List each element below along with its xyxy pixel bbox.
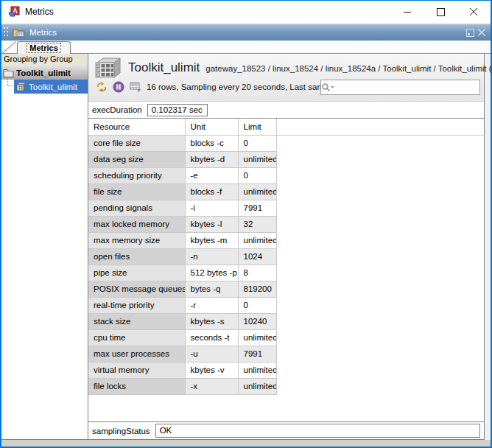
table-cell[interactable]: kbytes -l (185, 216, 238, 232)
table-cell[interactable]: cpu time (88, 329, 185, 346)
table-cell-filler (276, 216, 484, 232)
table-row[interactable]: cpu timeseconds -tunlimited (88, 329, 484, 346)
table-cell[interactable]: stack size (88, 313, 185, 329)
sampling-status-value[interactable]: OK (155, 424, 480, 438)
table-cell[interactable]: file locks (88, 378, 185, 394)
tree-item-toolkit-ulimit[interactable]: Toolkit_ulimit (14, 80, 88, 94)
table-cell[interactable]: blocks -f (185, 183, 238, 200)
table-cell[interactable]: data seg size (88, 151, 185, 167)
table-cell-filler (276, 248, 484, 265)
table-row[interactable]: real-time priority-r0 (88, 297, 484, 313)
table-cell[interactable]: scheduling priority (88, 167, 185, 183)
table-cell[interactable]: -r (185, 297, 238, 313)
table-cell[interactable]: -n (185, 248, 238, 265)
table-cell[interactable]: max user processes (88, 346, 185, 362)
table-row[interactable]: max locked memorykbytes -l32 (88, 216, 484, 232)
table-row[interactable]: core file sizeblocks -c0 (88, 135, 484, 151)
table-cell-filler (276, 281, 484, 297)
table-cell[interactable]: core file size (88, 135, 185, 151)
table-cell-filler (276, 167, 484, 183)
table-row[interactable]: file locks-xunlimited (88, 378, 484, 394)
close-button[interactable] (457, 1, 491, 23)
table-row[interactable]: max memory sizekbytes -munlimited (88, 232, 484, 248)
tree-group-toolkit-ulimit[interactable]: Toolkit_ulimit (1, 66, 88, 80)
table-cell[interactable]: 819200 (238, 281, 276, 297)
table-cell[interactable]: unlimited (238, 378, 276, 394)
table-cell[interactable]: file size (88, 183, 185, 200)
table-cell[interactable]: unlimited (238, 151, 276, 167)
table-row[interactable]: POSIX message queuesbytes -q819200 (88, 281, 484, 297)
table-cell[interactable]: 8 (238, 265, 276, 281)
search-icon[interactable] (321, 83, 335, 93)
table-cell[interactable]: bytes -q (185, 281, 238, 297)
table-cell[interactable]: 10240 (238, 313, 276, 329)
table-cell[interactable]: -e (185, 167, 238, 183)
table-cell[interactable]: -x (185, 378, 238, 394)
table-cell[interactable]: 32 (238, 216, 276, 232)
table-cell[interactable]: 1024 (238, 248, 276, 265)
table-cell[interactable]: -i (185, 200, 238, 216)
tree-connector (7, 78, 13, 86)
app-icon (8, 6, 20, 18)
table-row[interactable]: pipe size512 bytes -p8 (88, 265, 484, 281)
maximize-icon (437, 8, 445, 16)
table-cell[interactable]: 0 (238, 297, 276, 313)
table-cell[interactable]: kbytes -s (185, 313, 238, 329)
window-titlebar[interactable]: Metrics (1, 1, 491, 23)
tab-metrics[interactable]: Metrics (17, 41, 71, 54)
table-cell[interactable]: max memory size (88, 232, 185, 248)
table-cell[interactable]: kbytes -m (185, 232, 238, 248)
refresh-button[interactable] (96, 81, 108, 93)
exec-duration-row: execDuration 0.102317 sec (88, 102, 484, 119)
folder-table-icon (13, 27, 25, 38)
table-cell[interactable]: max locked memory (88, 216, 185, 232)
table-cell[interactable]: 7991 (238, 346, 276, 362)
column-header[interactable]: Unit (185, 119, 238, 135)
table-cell[interactable]: unlimited (238, 183, 276, 200)
table-cell[interactable]: unlimited (238, 329, 276, 346)
pause-button[interactable] (113, 81, 124, 93)
table-cell[interactable]: real-time priority (88, 297, 185, 313)
search-input[interactable] (335, 80, 479, 94)
table-cell[interactable]: POSIX message queues (88, 281, 185, 297)
mdi-restore-button[interactable] (466, 29, 474, 37)
table-cell[interactable]: open files (88, 248, 185, 265)
table-row[interactable]: virtual memorykbytes -vunlimited (88, 362, 484, 378)
tree-group-label: Toolkit_ulimit (16, 69, 71, 77)
table-row[interactable]: max user processes-u7991 (88, 346, 484, 362)
table-cell[interactable]: 0 (238, 167, 276, 183)
tab-diagonal-decoration (2, 41, 16, 53)
column-header[interactable]: Limit (238, 119, 276, 135)
table-cell[interactable]: virtual memory (88, 362, 185, 378)
mdi-close-button[interactable] (478, 29, 485, 36)
table-cell-filler (276, 346, 484, 362)
mdi-titlebar[interactable]: Metrics (1, 24, 491, 41)
table-cell[interactable]: unlimited (238, 362, 276, 378)
table-row[interactable]: scheduling priority-e0 (88, 167, 484, 183)
table-cell[interactable]: 0 (238, 135, 276, 151)
table-cell[interactable]: kbytes -d (185, 151, 238, 167)
table-row[interactable]: stack sizekbytes -s10240 (88, 313, 484, 329)
table-row[interactable]: data seg sizekbytes -dunlimited (88, 151, 484, 167)
table-cell[interactable]: blocks -c (185, 135, 238, 151)
table-row[interactable]: file sizeblocks -funlimited (88, 183, 484, 200)
table-row[interactable]: pending signals-i7991 (88, 200, 484, 216)
table-cell[interactable]: pending signals (88, 200, 185, 216)
column-header[interactable]: Resource (88, 119, 185, 135)
minimize-button[interactable] (391, 1, 424, 23)
table-cell[interactable]: kbytes -v (185, 362, 238, 378)
table-cell[interactable]: -u (185, 346, 238, 362)
metrics-table: ResourceUnitLimit core file sizeblocks -… (88, 119, 484, 395)
table-cell[interactable]: pipe size (88, 265, 185, 281)
table-cell[interactable]: seconds -t (185, 329, 238, 346)
table-cell[interactable]: 7991 (238, 200, 276, 216)
table-view-button[interactable] (130, 81, 141, 93)
search-box[interactable] (320, 80, 480, 95)
breadcrumb-path: gateway_18523 / linux_18524 / linux_1852… (205, 64, 492, 73)
table-cell[interactable]: unlimited (238, 232, 276, 248)
exec-duration-value[interactable]: 0.102317 sec (147, 104, 208, 116)
drag-grip-icon[interactable] (4, 27, 9, 38)
table-cell[interactable]: 512 bytes -p (185, 265, 238, 281)
maximize-button[interactable] (424, 1, 457, 23)
table-row[interactable]: open files-n1024 (88, 248, 484, 265)
